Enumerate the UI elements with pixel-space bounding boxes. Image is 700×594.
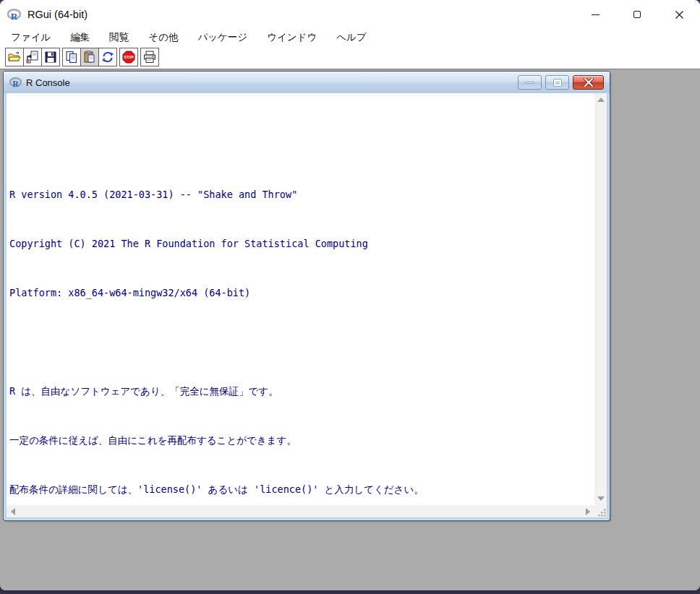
menu-item-misc[interactable]: その他 — [141, 30, 185, 46]
load-workspace-icon — [25, 50, 40, 64]
console-caption-buttons — [518, 75, 604, 90]
r-logo-icon: R — [9, 77, 22, 89]
console-line: R は、自由なソフトウェアであり、「完全に無保証」です。 — [9, 385, 594, 397]
svg-text:R: R — [12, 79, 19, 89]
minimize-button[interactable] — [574, 0, 616, 29]
menu-item-file[interactable]: ファイル — [4, 30, 58, 46]
svg-text:STOP: STOP — [124, 55, 134, 59]
minimize-icon — [525, 82, 534, 84]
close-button[interactable] — [658, 0, 700, 29]
stop-sign-icon: STOP — [121, 50, 136, 64]
scroll-up-icon[interactable] — [597, 98, 605, 102]
copy-and-paste-button[interactable] — [98, 48, 117, 66]
size-grip-icon — [597, 508, 607, 517]
toolbar: STOP — [0, 46, 700, 69]
scroll-left-icon[interactable] — [11, 508, 15, 515]
r-logo-icon: R — [7, 8, 21, 22]
copy-pages-icon — [64, 50, 79, 64]
paste-button[interactable] — [80, 48, 99, 66]
vertical-scrollbar[interactable] — [594, 93, 607, 505]
scroll-right-icon[interactable] — [586, 508, 590, 515]
paste-clipboard-icon — [82, 50, 97, 64]
rgui-window: R RGui (64-bit) ファイル 編集 閲覧 その他 パッケージ ウイン… — [0, 0, 700, 590]
mdi-client-area: R R Console — [0, 69, 700, 590]
menu-item-help[interactable]: ヘルプ — [329, 30, 373, 46]
console-line: R version 4.0.5 (2021-03-31) -- "Shake a… — [9, 189, 594, 201]
resize-grip[interactable] — [594, 505, 607, 517]
svg-text:R: R — [11, 11, 18, 22]
menu-item-view[interactable]: 閲覧 — [102, 30, 136, 46]
desktop-background: { "window": { "title": "RGui (64-bit)", … — [0, 0, 700, 594]
rgui-titlebar[interactable]: R RGui (64-bit) — [0, 0, 700, 29]
console-maximize-button[interactable] — [545, 75, 569, 90]
menu-item-windows[interactable]: ウインドウ — [260, 30, 324, 46]
maximize-button[interactable] — [616, 0, 658, 29]
menu-bar: ファイル 編集 閲覧 その他 パッケージ ウインドウ ヘルプ — [0, 29, 700, 46]
r-console-titlebar[interactable]: R R Console — [4, 72, 610, 93]
scroll-down-icon[interactable] — [597, 496, 605, 501]
console-close-button[interactable] — [573, 75, 604, 90]
window-title: RGui (64-bit) — [27, 9, 88, 20]
caption-buttons — [574, 0, 700, 29]
close-icon — [675, 10, 684, 20]
console-line: 配布条件の詳細に関しては、'license()' あるいは 'licence()… — [9, 483, 594, 496]
maximize-icon — [554, 79, 561, 86]
minimize-icon — [592, 14, 599, 15]
console-output-lines: R version 4.0.5 (2021-03-31) -- "Shake a… — [9, 139, 594, 505]
console-window-title: R Console — [26, 77, 70, 88]
maximize-icon — [633, 11, 641, 18]
open-folder-icon — [7, 50, 22, 64]
console-line — [9, 336, 594, 348]
save-workspace-button[interactable] — [41, 48, 60, 66]
stop-computation-button[interactable]: STOP — [119, 48, 138, 66]
copy-paste-arrows-icon — [101, 50, 115, 64]
console-line: 一定の条件に従えば、自由にこれを再配布することができます。 — [9, 434, 594, 447]
r-console-window: R R Console — [4, 72, 610, 520]
load-workspace-button[interactable] — [23, 48, 42, 66]
copy-button[interactable] — [62, 48, 81, 66]
console-client: R version 4.0.5 (2021-03-31) -- "Shake a… — [7, 93, 607, 517]
console-minimize-button[interactable] — [518, 75, 542, 90]
console-line: Platform: x86_64-w64-mingw32/x64 (64-bit… — [9, 287, 594, 299]
console-output[interactable]: R version 4.0.5 (2021-03-31) -- "Shake a… — [7, 93, 594, 505]
menu-item-edit[interactable]: 編集 — [63, 30, 97, 46]
menu-item-packages[interactable]: パッケージ — [190, 30, 255, 46]
printer-icon — [142, 50, 157, 64]
print-button[interactable] — [140, 48, 159, 66]
console-line: Copyright (C) 2021 The R Foundation for … — [9, 238, 594, 250]
open-script-button[interactable] — [5, 48, 24, 66]
save-floppy-icon — [43, 50, 58, 64]
close-icon — [584, 78, 594, 87]
horizontal-scrollbar[interactable] — [7, 505, 594, 517]
